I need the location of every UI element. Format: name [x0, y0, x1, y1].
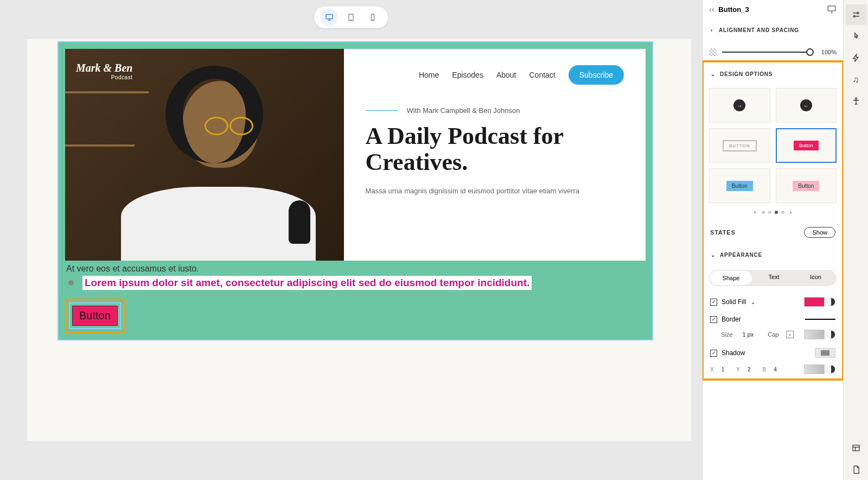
border-row: Border	[704, 311, 842, 327]
nav-contact[interactable]: Contact	[529, 71, 555, 79]
design-next-button[interactable]: ›	[788, 209, 794, 216]
design-options-grid: → ← BUTTON Button Button Button	[704, 86, 842, 205]
fill-dropdown-icon[interactable]: ⌄	[750, 299, 756, 305]
person-illustration	[65, 49, 344, 261]
shadow-b-value[interactable]: 4	[774, 367, 777, 372]
rail-audio-button[interactable]: ♫	[846, 70, 866, 90]
design-option-6[interactable]: Button	[776, 168, 837, 203]
nav-episodes[interactable]: Episodes	[452, 71, 483, 79]
panel-header: ‹‹ Button_3	[703, 0, 843, 18]
hero-image[interactable]: Mark & Ben Podcast	[65, 49, 344, 261]
device-switcher	[314, 7, 388, 28]
hero-tagline[interactable]: With Mark Campbell & Ben Johnson	[366, 106, 624, 115]
logo-sub-text: Podcast	[76, 74, 132, 80]
selected-element-highlight: Button	[65, 299, 125, 333]
svg-point-6	[857, 12, 858, 14]
design-option-3[interactable]: BUTTON	[709, 128, 770, 163]
page-dot-1[interactable]	[762, 211, 765, 214]
device-mobile-button[interactable]	[364, 9, 381, 26]
presentation-icon[interactable]	[827, 4, 837, 14]
border-checkbox[interactable]	[710, 316, 717, 323]
text-block-2[interactable]: Lorem ipsum dolor sit amet, consectetur …	[82, 276, 532, 290]
design-option-2[interactable]: ←	[776, 88, 837, 123]
border-color-swatch[interactable]	[804, 330, 825, 339]
tab-icon[interactable]: Icon	[795, 270, 837, 286]
highlighted-panel-region: ⌄ Design Options → ← BUTTON Button B	[702, 60, 843, 381]
nav-about[interactable]: About	[496, 71, 516, 79]
device-tablet-button[interactable]	[342, 9, 360, 26]
selection-outline: Button	[69, 302, 121, 329]
states-row: States Show	[704, 222, 842, 243]
design-option-5[interactable]: Button	[709, 168, 770, 203]
hero-section[interactable]: Mark & Ben Podcast Home	[65, 49, 646, 261]
design-option-1[interactable]: →	[709, 88, 770, 123]
rail-triggers-button[interactable]	[846, 48, 866, 68]
tab-text[interactable]: Text	[753, 270, 795, 286]
slider-thumb[interactable]	[806, 48, 814, 56]
hero-content: Home Episodes About Contact Subscribe Wi…	[344, 49, 646, 261]
subscribe-button[interactable]: Subscribe	[569, 65, 624, 85]
border-size-value[interactable]: 1 px	[742, 331, 754, 338]
border-cap-icon[interactable]: ▪	[786, 331, 794, 338]
page-dot-3[interactable]	[775, 211, 778, 214]
design-section-toggle[interactable]: ⌄ Design Options	[710, 67, 835, 81]
chevron-down-icon: ⌄	[710, 252, 716, 258]
appearance-section: ⌄ Appearance	[704, 243, 842, 267]
border-color-options-icon[interactable]	[827, 330, 835, 339]
transparency-icon	[709, 48, 717, 56]
hero-title[interactable]: A Daily Podcast for Creatives.	[366, 123, 624, 176]
site-logo[interactable]: Mark & Ben Podcast	[76, 62, 132, 80]
selected-element-name: Button_3	[718, 5, 822, 14]
panel-back-button[interactable]: ‹‹	[709, 5, 714, 14]
design-option-4[interactable]: Button	[776, 128, 837, 163]
pointer-icon	[851, 31, 861, 41]
logo-main-text: Mark & Ben	[76, 62, 132, 74]
states-label: States	[710, 229, 736, 236]
design-option-4-label: Button	[794, 141, 819, 150]
border-label: Border	[722, 315, 741, 323]
states-show-button[interactable]: Show	[804, 227, 835, 238]
page-container[interactable]: Mark & Ben Podcast Home	[58, 41, 653, 340]
rail-interaction-button[interactable]	[846, 26, 866, 47]
alignment-section-toggle[interactable]: › Alignment and Spacing	[709, 23, 837, 37]
svg-rect-0	[326, 15, 333, 19]
shadow-b-label: b	[762, 367, 766, 372]
shadow-preview-icon[interactable]	[815, 348, 835, 358]
bullet-list-item[interactable]: Lorem ipsum dolor sit amet, consectetur …	[65, 276, 646, 290]
rail-settings-button[interactable]	[846, 4, 866, 25]
page-dot-4[interactable]	[781, 211, 784, 214]
rail-accessibility-button[interactable]	[846, 91, 866, 112]
hero-description[interactable]: Massa urna magnis dignissim id euismod p…	[366, 187, 624, 195]
shadow-color-swatch[interactable]	[804, 364, 825, 374]
accessibility-icon	[851, 97, 861, 106]
appearance-section-toggle[interactable]: ⌄ Appearance	[710, 248, 835, 262]
appearance-section-label: Appearance	[720, 252, 762, 258]
tab-shape[interactable]: Shape	[710, 271, 752, 285]
rail-document-button[interactable]	[846, 459, 866, 480]
design-prev-button[interactable]: ‹	[752, 209, 758, 216]
rail-layout-button[interactable]	[846, 438, 866, 458]
nav-home[interactable]: Home	[419, 71, 439, 79]
fill-row: Solid Fill ⌄	[704, 293, 842, 311]
music-note-icon: ♫	[851, 75, 861, 85]
arrow-left-circle-icon: ←	[800, 99, 812, 111]
text-block-1[interactable]: At vero eos et accusamus et iusto.	[65, 264, 646, 274]
fill-color-options-icon[interactable]	[827, 298, 835, 306]
opacity-slider[interactable]	[722, 52, 814, 53]
fill-color-swatch[interactable]	[804, 297, 825, 307]
shadow-checkbox[interactable]	[710, 350, 717, 357]
design-option-3-label: BUTTON	[723, 140, 757, 151]
page-dot-2[interactable]	[768, 211, 771, 214]
shadow-color-options-icon[interactable]	[827, 365, 835, 374]
border-style-preview[interactable]	[805, 319, 835, 320]
svg-point-4	[373, 20, 373, 20]
appearance-tabs: Shape Text Icon	[709, 270, 837, 286]
shadow-y-value[interactable]: 2	[748, 367, 751, 372]
bullet-icon	[68, 280, 74, 286]
device-desktop-button[interactable]	[321, 9, 338, 26]
design-options-section: ⌄ Design Options	[704, 62, 842, 86]
button-element[interactable]: Button	[72, 306, 118, 326]
shadow-x-value[interactable]: 1	[722, 367, 725, 372]
fill-checkbox[interactable]	[710, 299, 717, 306]
mobile-icon	[368, 13, 377, 22]
